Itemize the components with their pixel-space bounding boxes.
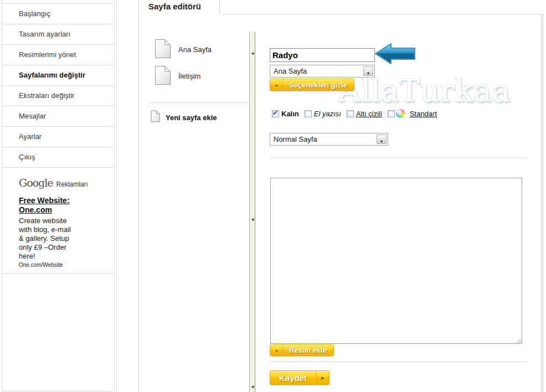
- standard-color-label[interactable]: Standart: [410, 110, 437, 118]
- page-title-input[interactable]: [270, 48, 375, 62]
- tab-bottom-line: [220, 14, 541, 14]
- standard-color-checkbox[interactable]: ✔: [388, 110, 395, 117]
- splitter-collapse-icon[interactable]: ◄: [250, 385, 255, 389]
- tab-label: Sayfa editörü: [139, 0, 219, 13]
- page-item-label: Ana Sayfa: [178, 45, 212, 54]
- bold-checkbox[interactable]: ✔: [272, 110, 279, 117]
- page-item-iletisim[interactable]: İletişim: [154, 65, 232, 86]
- page-list-separator: [148, 102, 250, 103]
- add-new-page-button[interactable]: Yeni sayfa ekle: [151, 110, 239, 123]
- annotation-arrow-icon: [374, 43, 416, 65]
- ad-body-text: Create website with blog, e-mail & galle…: [19, 216, 114, 261]
- page-editor-screen: Başlangıç Tasarım ayarları Resimlerimi y…: [0, 0, 546, 392]
- underline-checkbox-label[interactable]: Altı çizili: [356, 110, 382, 118]
- triangle-up-icon: ▲: [275, 348, 279, 352]
- page-select-dropdown-button[interactable]: ▼: [363, 66, 373, 76]
- save-arrow-segment: ▶: [316, 371, 329, 384]
- new-page-icon: [151, 110, 160, 122]
- ad-headline-link[interactable]: Free Website: One.com: [19, 196, 114, 215]
- chevron-down-icon: ▼: [367, 71, 370, 75]
- google-ads-header: Google Reklamları: [19, 177, 114, 189]
- triangle-up-icon: ▲: [275, 83, 279, 87]
- sidebar-item-mesajlar[interactable]: Mesajlar: [2, 106, 114, 127]
- italic-checkbox-label[interactable]: El yazısı: [314, 110, 341, 118]
- bold-checkbox-label[interactable]: Kalın: [281, 110, 299, 118]
- google-ad: Google Reklamları Free Website: One.com …: [2, 168, 114, 274]
- check-icon: ✔: [272, 109, 278, 117]
- hide-options-button[interactable]: ▲ Seçenekleri gizle: [270, 79, 354, 91]
- sidebar-item-ayarlar[interactable]: Ayarlar: [2, 127, 114, 147]
- main-panel-right-shadow: [542, 14, 544, 392]
- sidebar-item-sayfalarimi-degistir[interactable]: Sayfalarımı değiştir: [2, 65, 114, 86]
- main-panel-left-border: [138, 0, 139, 392]
- sidebar-outer-divider: [116, 0, 117, 392]
- sidebar-item-ekstralari-degistir[interactable]: Ekstraları değiştir: [2, 86, 114, 106]
- page-type-select-value: Normal Sayfa: [270, 133, 388, 145]
- editor-separator: [270, 362, 528, 362]
- panel-splitter[interactable]: [249, 32, 255, 392]
- sidebar-item-top-partial: [2, 0, 114, 4]
- page-select-value: Ana Sayfa: [270, 65, 374, 77]
- page-type-dropdown-button[interactable]: ▼: [377, 135, 387, 144]
- format-checkbox-row: ✔ Kalın ✔ El yazısı ✔ Altı çizili ✔ Stan…: [272, 109, 442, 118]
- page-content-input[interactable]: [270, 178, 522, 344]
- add-image-button[interactable]: ▲ Resim ekle: [270, 344, 334, 356]
- page-item-label: İletişim: [178, 72, 200, 80]
- google-logo: Google: [19, 177, 53, 189]
- collapse-icon: ▲: [270, 79, 284, 90]
- underline-checkbox[interactable]: ✔: [347, 110, 354, 117]
- save-button[interactable]: Kaydet ▶: [270, 370, 329, 385]
- page-icon: [154, 65, 171, 85]
- sidebar-item-cikis[interactable]: Çıkış: [2, 147, 114, 168]
- sidebar-item-resimlerimi-yonet[interactable]: Resimlerimi yönet: [2, 45, 114, 65]
- hide-options-label: Seçenekleri gizle: [284, 79, 354, 90]
- save-button-label: Kaydet: [270, 371, 316, 384]
- triangle-right-icon: ▶: [321, 376, 324, 380]
- ad-display-url[interactable]: One.com/Website: [19, 262, 114, 268]
- tab-sayfa-editoru[interactable]: Sayfa editörü: [139, 0, 220, 14]
- page-item-ana-sayfa[interactable]: Ana Sayfa: [154, 39, 232, 60]
- color-wheel-icon[interactable]: [396, 109, 405, 118]
- page-select[interactable]: Ana Sayfa ▼: [270, 65, 375, 78]
- sidebar-empty-cell: [2, 274, 114, 391]
- sidebar-item-tasarim-ayarlari[interactable]: Tasarım ayarları: [2, 24, 114, 45]
- add-image-label: Resim ekle: [284, 345, 333, 355]
- watermark-text: AllaTurkaa: [338, 73, 511, 109]
- collapse-icon: ▲: [270, 345, 284, 355]
- italic-checkbox[interactable]: ✔: [305, 110, 312, 117]
- splitter-collapse-icon[interactable]: ◄: [250, 51, 255, 56]
- google-ads-label: Reklamları: [56, 180, 88, 188]
- sidebar: Başlangıç Tasarım ayarları Resimlerimi y…: [2, 0, 115, 391]
- page-type-select[interactable]: Normal Sayfa ▼: [270, 133, 388, 146]
- chevron-down-icon: ▼: [380, 140, 384, 143]
- add-new-page-label: Yeni sayfa ekle: [166, 114, 217, 122]
- page-icon: [154, 39, 171, 59]
- splitter-collapse-icon[interactable]: ◄: [250, 218, 255, 222]
- editor-separator: [270, 158, 528, 158]
- sidebar-item-baslangic[interactable]: Başlangıç: [2, 4, 114, 24]
